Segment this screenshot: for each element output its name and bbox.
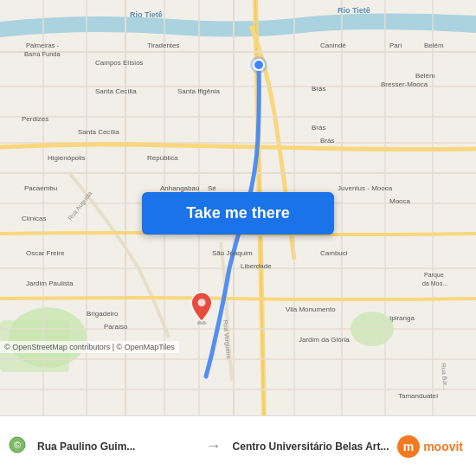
svg-text:Liberdade: Liberdade bbox=[241, 262, 272, 270]
svg-text:Cambuci: Cambuci bbox=[320, 249, 348, 257]
svg-text:Campos Elísios: Campos Elísios bbox=[95, 59, 144, 67]
svg-text:Rio Tietê: Rio Tietê bbox=[338, 6, 370, 15]
svg-text:Brás: Brás bbox=[312, 85, 325, 93]
svg-text:Canindé: Canindé bbox=[320, 42, 346, 49]
osm-icon: © bbox=[9, 436, 26, 453]
to-location: Centro Universitário Belas Art... bbox=[226, 441, 397, 453]
svg-text:Belém: Belém bbox=[424, 42, 444, 49]
svg-text:Parque: Parque bbox=[424, 272, 444, 279]
svg-text:Brigadeiro: Brigadeiro bbox=[87, 310, 119, 318]
to-location-name: Centro Universitário Belas Art... bbox=[233, 441, 390, 453]
from-location: Rua Paulino Guim... bbox=[30, 441, 202, 453]
svg-text:Pacaembu: Pacaembu bbox=[24, 184, 57, 192]
svg-text:Mooca: Mooca bbox=[389, 197, 411, 205]
svg-text:Santa Cecília: Santa Cecília bbox=[95, 87, 137, 95]
svg-text:Brás: Brás bbox=[320, 137, 334, 145]
svg-text:Ipiranga: Ipiranga bbox=[389, 314, 415, 322]
svg-text:Pari: Pari bbox=[389, 42, 402, 49]
svg-text:São Joaquim: São Joaquim bbox=[212, 249, 253, 257]
svg-text:Vila Monumento: Vila Monumento bbox=[286, 306, 336, 313]
route-arrow: → bbox=[202, 437, 226, 455]
svg-text:Oscar Freire: Oscar Freire bbox=[26, 249, 65, 257]
bottom-bar: © Rua Paulino Guim... → Centro Universit… bbox=[0, 415, 476, 476]
svg-text:Higienópolis: Higienópolis bbox=[48, 154, 86, 162]
svg-text:da Moo...: da Moo... bbox=[422, 280, 447, 286]
svg-text:Paraíso: Paraíso bbox=[104, 323, 128, 331]
moovit-brand-text: moovit bbox=[423, 440, 463, 453]
map-container: Palmeiras - Barra Funda Campos Elísios T… bbox=[0, 0, 476, 415]
destination-pin bbox=[189, 292, 215, 325]
svg-text:Clínicas: Clínicas bbox=[22, 215, 46, 222]
svg-text:Santa Ifigênia: Santa Ifigênia bbox=[177, 87, 220, 95]
svg-text:Anhangabaú: Anhangabaú bbox=[160, 184, 199, 192]
svg-text:República: República bbox=[147, 154, 178, 162]
svg-text:©: © bbox=[14, 440, 21, 450]
svg-text:Brás: Brás bbox=[312, 124, 325, 132]
origin-dot bbox=[253, 59, 265, 71]
svg-text:Jardim Paulista: Jardim Paulista bbox=[26, 280, 74, 287]
from-location-name: Rua Paulino Guim... bbox=[37, 441, 195, 453]
svg-text:Palmeiras -: Palmeiras - bbox=[26, 42, 59, 49]
moovit-logo-icon: m bbox=[396, 434, 421, 459]
attribution-text: © OpenStreetMap contributors | © OpenMap… bbox=[0, 341, 179, 353]
moovit-logo: m moovit bbox=[396, 434, 467, 459]
svg-text:Tamanduateí: Tamanduateí bbox=[398, 392, 439, 400]
svg-text:Rio Tietê: Rio Tietê bbox=[130, 10, 163, 19]
svg-text:Jardim da Glória: Jardim da Glória bbox=[299, 336, 350, 344]
svg-text:Bresser-Mooca: Bresser-Mooca bbox=[381, 80, 428, 88]
svg-text:m: m bbox=[403, 440, 414, 453]
svg-text:Sé: Sé bbox=[208, 184, 216, 192]
svg-text:Juventus - Mooca: Juventus - Mooca bbox=[338, 184, 393, 192]
svg-text:Perdizes: Perdizes bbox=[22, 115, 48, 123]
svg-text:Belém: Belém bbox=[415, 72, 435, 80]
svg-point-69 bbox=[197, 299, 205, 306]
take-me-there-button[interactable]: Take me there bbox=[142, 192, 334, 235]
svg-text:Tiradentes: Tiradentes bbox=[147, 42, 180, 49]
svg-text:Barra Funda: Barra Funda bbox=[24, 50, 61, 58]
svg-text:Santa Cecília: Santa Cecília bbox=[78, 128, 119, 136]
